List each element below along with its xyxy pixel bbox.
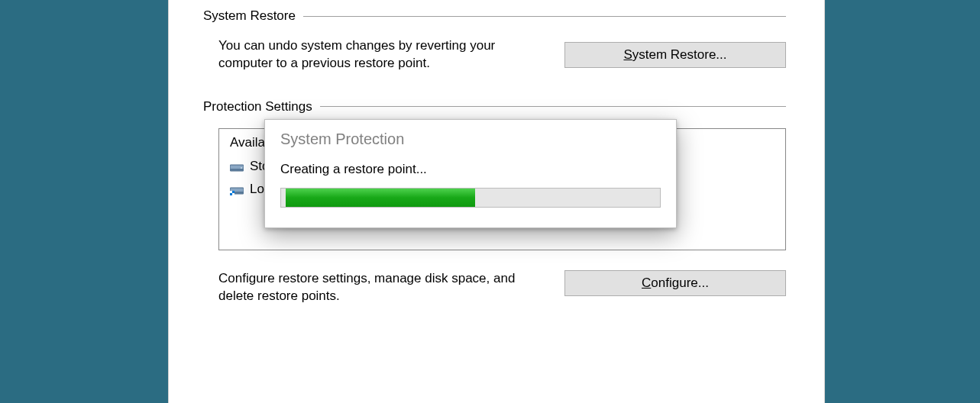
svg-rect-6 [230, 191, 232, 193]
system-restore-group-header: System Restore [203, 8, 786, 24]
accesskey-c: C [642, 276, 651, 290]
dialog-body: Creating a restore point... [265, 156, 676, 227]
progress-fill [286, 189, 475, 207]
protection-settings-group-title: Protection Settings [203, 99, 312, 114]
configure-button[interactable]: Configure... [564, 270, 786, 296]
divider [320, 106, 786, 107]
system-restore-row: You can undo system changes by reverting… [218, 37, 786, 73]
progress-bar [280, 188, 661, 208]
svg-rect-7 [232, 193, 234, 195]
hdd-system-icon [230, 184, 244, 195]
dialog-title: System Protection [265, 120, 676, 156]
configure-row: Configure restore settings, manage disk … [218, 270, 786, 305]
svg-rect-1 [230, 169, 244, 171]
protection-settings-group-header: Protection Settings [203, 99, 786, 114]
system-protection-dialog: System Protection Creating a restore poi… [264, 119, 677, 228]
configure-description: Configure restore settings, manage disk … [218, 270, 524, 305]
hdd-icon [230, 161, 244, 172]
system-restore-group-title: System Restore [203, 8, 296, 24]
system-restore-description: You can undo system changes by reverting… [218, 37, 524, 73]
dialog-status-text: Creating a restore point... [280, 162, 661, 177]
divider [303, 16, 786, 17]
svg-point-2 [241, 167, 242, 169]
accesskey-s: S [623, 47, 632, 62]
system-restore-button-label: ystem Restore... [632, 47, 727, 62]
configure-button-label: onfigure... [651, 276, 709, 290]
system-restore-button[interactable]: System Restore... [564, 42, 786, 68]
